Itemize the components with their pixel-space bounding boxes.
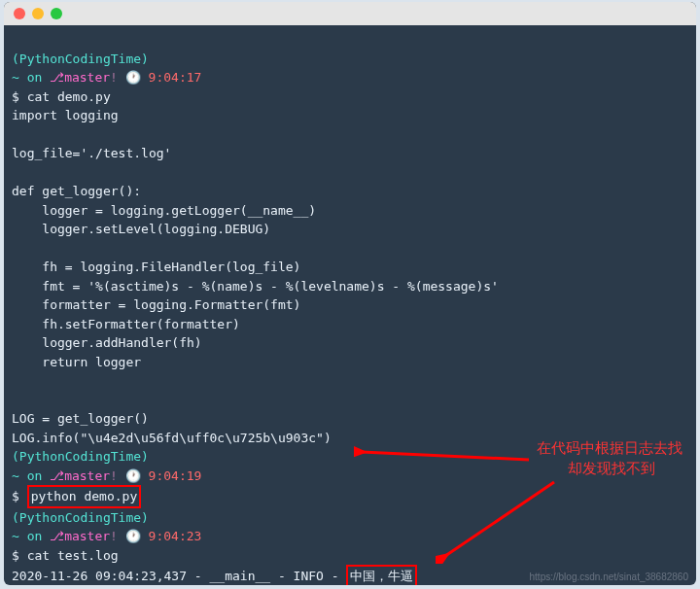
highlight-python-cmd: python demo.py <box>27 485 142 508</box>
branch-name-3: master <box>64 529 110 543</box>
code-l9: fh = logging.FileHandler(log_file) <box>12 260 300 274</box>
minimize-icon[interactable] <box>32 8 44 19</box>
code-l1: import logging <box>12 108 119 122</box>
annotation-line-1: 在代码中根据日志去找 <box>537 437 682 458</box>
log-prefix: 2020-11-26 09:04:23,437 - __main__ - INF… <box>12 569 346 583</box>
log-cn: 中国，牛逼 <box>350 569 413 583</box>
code-l11: formatter = logging.Formatter(fmt) <box>12 297 300 312</box>
branch-name-2: master <box>64 468 110 483</box>
branch-icon-2: ⎇ <box>50 468 64 483</box>
svg-line-1 <box>445 482 554 556</box>
highlight-log-cn: 中国，牛逼 <box>346 565 417 585</box>
code-l18: LOG.info("\u4e2d\u56fd\uff0c\u725b\u903c… <box>12 431 332 445</box>
code-l12: fh.setFormatter(formatter) <box>12 317 240 331</box>
dollar: $ <box>12 89 27 104</box>
terminal-window: (PythonCodingTime) ~ on ⎇master! 🕐 9:04:… <box>4 2 696 585</box>
branch-prefix-2: ~ on <box>12 468 50 483</box>
bang-3: ! <box>110 529 125 543</box>
svg-line-0 <box>362 452 529 460</box>
branch-prefix: ~ on <box>12 70 50 85</box>
close-icon[interactable] <box>14 8 25 19</box>
code-l6: logger = logging.getLogger(__name__) <box>12 203 316 218</box>
branch-icon-3: ⎇ <box>50 529 64 543</box>
titlebar <box>4 2 696 25</box>
clock-icon-3: 🕐 <box>125 529 141 543</box>
env-label: (PythonCodingTime) <box>12 52 149 66</box>
cmd-cat-demo: cat demo.py <box>27 89 111 104</box>
annotation-text: 在代码中根据日志去找 却发现找不到 <box>537 437 682 478</box>
cmd-cat-log: cat test.log <box>27 548 119 563</box>
code-l10: fmt = '%(asctime)s - %(name)s - %(leveln… <box>12 279 499 294</box>
watermark: https://blog.csdn.net/sinat_38682860 <box>530 572 688 582</box>
arrow-to-code <box>354 444 534 469</box>
env-label-3: (PythonCodingTime) <box>12 510 149 525</box>
code-l3: log_file='./test.log' <box>12 146 171 160</box>
bang-2: ! <box>110 468 125 483</box>
cmd-python-demo: python demo.py <box>31 489 138 503</box>
clock-icon-2: 🕐 <box>125 468 141 483</box>
branch-name: master <box>64 70 110 85</box>
terminal-body[interactable]: (PythonCodingTime) ~ on ⎇master! 🕐 9:04:… <box>4 25 696 585</box>
maximize-icon[interactable] <box>51 8 62 19</box>
code-l13: logger.addHandler(fh) <box>12 335 202 350</box>
arrow-to-log <box>436 476 562 564</box>
code-l7: logger.setLevel(logging.DEBUG) <box>12 222 270 236</box>
code-l5: def get_logger(): <box>12 184 141 198</box>
bang: ! <box>110 70 125 85</box>
clock-icon: 🕐 <box>125 70 141 85</box>
dollar-3: $ <box>12 548 27 563</box>
branch-prefix-3: ~ on <box>12 529 50 543</box>
annotation-line-2: 却发现找不到 <box>537 458 682 478</box>
code-l17: LOG = get_logger() <box>12 411 149 426</box>
time-3: 9:04:23 <box>149 529 202 543</box>
dollar-2: $ <box>12 489 27 503</box>
branch-icon: ⎇ <box>50 70 64 85</box>
time-1: 9:04:17 <box>149 70 202 85</box>
env-label-2: (PythonCodingTime) <box>12 449 149 464</box>
time-2: 9:04:19 <box>149 468 202 483</box>
code-l14: return logger <box>12 355 141 369</box>
